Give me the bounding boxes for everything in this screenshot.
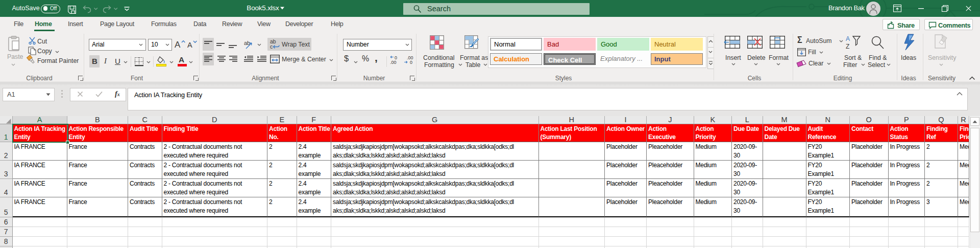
svg-text:.00: .00 (390, 60, 397, 65)
svg-text:0: 0 (410, 60, 412, 65)
svg-text:Z: Z (846, 43, 849, 50)
svg-text:A: A (175, 40, 181, 50)
svg-text:c: c (270, 43, 273, 50)
svg-text:0: 0 (395, 55, 397, 60)
svg-text:.00: .00 (407, 55, 413, 60)
svg-text:A: A (846, 35, 850, 42)
svg-text:A: A (187, 41, 192, 49)
